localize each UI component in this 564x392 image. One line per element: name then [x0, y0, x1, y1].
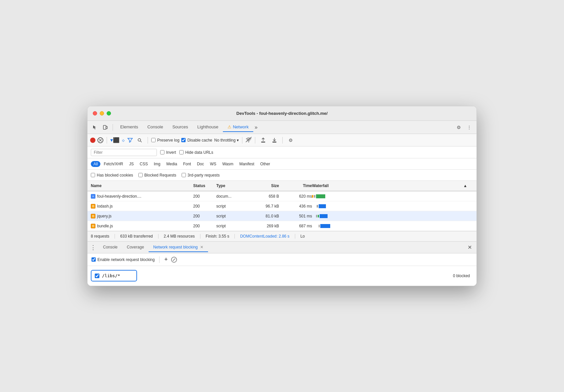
- col-size[interactable]: Size: [246, 183, 279, 188]
- tab-lighthouse[interactable]: Lighthouse: [193, 122, 223, 132]
- blocked-count: 0 blocked: [453, 274, 473, 278]
- blocking-item[interactable]: /libs/*: [91, 270, 137, 281]
- table-row[interactable]: ≡ foul-heavenly-direction.... 200 docum.…: [88, 191, 476, 201]
- disable-cache-input[interactable]: [181, 138, 186, 142]
- col-status[interactable]: Status: [193, 183, 216, 188]
- tab-coverage[interactable]: Coverage: [122, 243, 149, 252]
- add-pattern-button[interactable]: +: [164, 256, 168, 263]
- row-size: 269 kB: [246, 224, 279, 228]
- tab-sources[interactable]: Sources: [168, 122, 193, 132]
- js-icon: ⚙: [91, 214, 95, 218]
- file-name-cell: ⚙ jquery.js: [91, 214, 112, 218]
- blocked-requests-checkbox[interactable]: Blocked Requests: [138, 173, 176, 178]
- tab-console[interactable]: Console: [143, 122, 168, 132]
- throttle-selector[interactable]: No throttling ▾: [214, 138, 239, 143]
- kebab-menu-icon[interactable]: ⋮: [465, 123, 474, 132]
- enable-blocking-checkbox[interactable]: Enable network request blocking: [91, 257, 155, 262]
- requests-count: 8 requests: [91, 234, 115, 239]
- filter-icon[interactable]: ▾⬛: [110, 137, 120, 143]
- finish-time: Finish: 3.55 s: [206, 234, 235, 239]
- svg-point-6: [248, 142, 249, 143]
- third-party-input[interactable]: [182, 173, 186, 177]
- table-body: ≡ foul-heavenly-direction.... 200 docum.…: [88, 191, 476, 231]
- svg-line-5: [140, 141, 142, 142]
- tab-elements[interactable]: Elements: [116, 122, 143, 132]
- col-time[interactable]: Time: [279, 183, 312, 188]
- bottom-panel: ⋮ Console Coverage Network request block…: [88, 242, 476, 286]
- type-font-btn[interactable]: Font: [180, 161, 194, 167]
- close-tab-icon[interactable]: ✕: [200, 245, 203, 249]
- search-icon[interactable]: [135, 136, 144, 145]
- network-settings-icon[interactable]: ⚙: [286, 136, 295, 145]
- network-tab-warning: ⚠ Network: [228, 124, 249, 129]
- col-name[interactable]: Name: [91, 183, 193, 188]
- filter-funnel-icon[interactable]: ⬦: [122, 137, 125, 144]
- preserve-log-input[interactable]: [151, 138, 156, 142]
- clear-button[interactable]: [97, 137, 103, 143]
- record-button[interactable]: [90, 138, 95, 143]
- clear-patterns-icon[interactable]: [171, 257, 177, 263]
- invert-input[interactable]: [160, 150, 164, 154]
- warning-triangle-icon: ⚠: [228, 124, 231, 129]
- type-css-btn[interactable]: CSS: [137, 161, 151, 167]
- upload-har-icon[interactable]: [259, 136, 268, 145]
- type-all-btn[interactable]: All: [91, 161, 100, 167]
- js-icon: ⚙: [91, 204, 95, 209]
- dom-content-loaded: DOMContentLoaded: 2.86 s: [240, 234, 295, 239]
- blocking-row: /libs/* 0 blocked: [91, 269, 473, 283]
- more-tabs-button[interactable]: »: [253, 124, 259, 131]
- panel-menu-icon[interactable]: ⋮: [90, 244, 96, 251]
- tab-network-blocking[interactable]: Network request blocking ✕: [149, 243, 208, 252]
- filter-input[interactable]: [91, 149, 157, 156]
- hide-data-urls-input[interactable]: [179, 150, 184, 154]
- col-type[interactable]: Type: [216, 183, 246, 188]
- table-row[interactable]: ⚙ bundle.js 200 script 269 kB 687 ms: [88, 221, 476, 231]
- tab-network[interactable]: ⚠ Network: [223, 122, 253, 132]
- maximize-button[interactable]: [107, 111, 111, 115]
- divider-6: [282, 137, 283, 144]
- type-other-btn[interactable]: Other: [258, 161, 273, 167]
- row-time: 436 ms: [279, 204, 312, 209]
- divider: [113, 124, 113, 131]
- window-title: DevTools - foul-heavenly-direction.glitc…: [236, 111, 328, 116]
- blocked-requests-input[interactable]: [138, 173, 143, 177]
- blocking-toolbar: Enable network request blocking +: [88, 253, 476, 266]
- type-js-btn[interactable]: JS: [126, 161, 136, 167]
- type-doc-btn[interactable]: Doc: [194, 161, 206, 167]
- minimize-button[interactable]: [100, 111, 104, 115]
- js-icon: ⚙: [91, 224, 95, 228]
- device-toggle-icon[interactable]: [101, 123, 110, 132]
- type-wasm-btn[interactable]: Wasm: [220, 161, 236, 167]
- pattern-checkbox[interactable]: [95, 274, 99, 278]
- row-name: ⚙ jquery.js: [91, 213, 193, 218]
- type-ws-btn[interactable]: WS: [207, 161, 219, 167]
- type-manifest-btn[interactable]: Manifest: [237, 161, 257, 167]
- disable-cache-checkbox[interactable]: Disable cache: [181, 138, 212, 143]
- type-fetchxhr-btn[interactable]: Fetch/XHR: [101, 161, 126, 167]
- type-media-btn[interactable]: Media: [164, 161, 180, 167]
- table-row[interactable]: ⚙ lodash.js 200 script 96.7 kB 436 ms: [88, 201, 476, 211]
- table-row[interactable]: ⚙ jquery.js 200 script 81.0 kB 501 ms: [88, 211, 476, 221]
- row-waterfall: [312, 224, 463, 228]
- settings-gear-icon[interactable]: ⚙: [454, 123, 463, 132]
- type-filter-bar: All Fetch/XHR JS CSS Img Media Font Doc …: [88, 158, 476, 170]
- blocked-cookies-checkbox[interactable]: Has blocked cookies: [91, 173, 133, 178]
- hide-data-urls-checkbox[interactable]: Hide data URLs: [179, 150, 213, 155]
- close-button[interactable]: [93, 111, 97, 115]
- status-bar: 8 requests 633 kB transferred 2.4 MB res…: [88, 231, 476, 242]
- col-waterfall[interactable]: Waterfall: [312, 183, 463, 188]
- enable-blocking-input[interactable]: [91, 257, 96, 262]
- divider-3: [148, 137, 148, 144]
- invert-checkbox[interactable]: Invert: [160, 150, 176, 155]
- preserve-log-checkbox[interactable]: Preserve log: [151, 138, 179, 143]
- cursor-icon[interactable]: [90, 123, 99, 132]
- blocked-cookies-input[interactable]: [91, 173, 95, 177]
- third-party-checkbox[interactable]: 3rd-party requests: [182, 173, 220, 178]
- dev-tabs: Elements Console Sources Lighthouse ⚠ Ne…: [116, 122, 453, 132]
- row-size: 96.7 kB: [246, 204, 279, 209]
- filter-funnel-icon[interactable]: [127, 137, 133, 143]
- download-har-icon[interactable]: [270, 136, 279, 145]
- tab-console-bottom[interactable]: Console: [98, 243, 122, 252]
- type-img-btn[interactable]: Img: [151, 161, 163, 167]
- close-bottom-panel-icon[interactable]: ✕: [466, 244, 474, 251]
